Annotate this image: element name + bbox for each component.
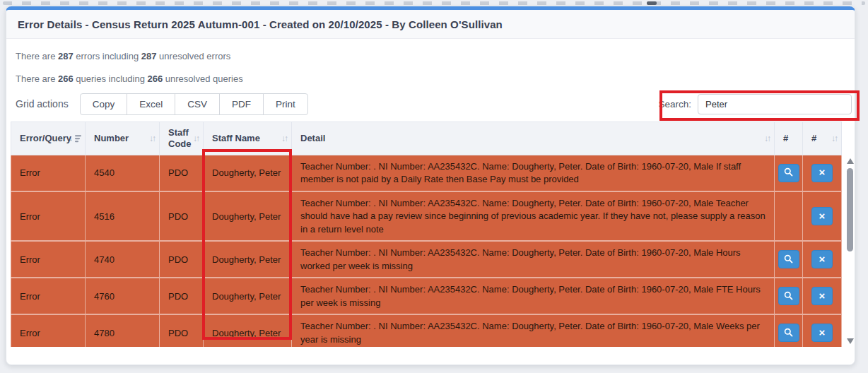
close-icon: × [819, 254, 826, 264]
page-title: Error Details - Census Return 2025 Autum… [18, 18, 843, 30]
view-error-button[interactable] [778, 250, 799, 268]
search-label: Search: [658, 99, 691, 109]
cell-error-query: Error [11, 315, 86, 347]
cell-error-query: Error [11, 155, 86, 191]
cell-number: 4740 [86, 242, 160, 277]
column-header-staff-name[interactable]: Staff Name ↓↑ [204, 122, 292, 155]
cell-number: 4780 [86, 315, 160, 347]
view-error-button[interactable] [778, 324, 799, 342]
cell-staff-code: PDO [160, 242, 204, 277]
cell-staff-code: PDO [160, 192, 204, 240]
scrollbar-up-arrow-icon[interactable] [847, 158, 854, 164]
grid-actions-label: Grid actions [16, 98, 69, 109]
cell-view-action [775, 155, 803, 191]
close-icon: × [819, 167, 826, 177]
cell-staff-name: Dougherty, Peter [204, 242, 292, 277]
cell-error-query: Error [11, 242, 86, 277]
errors-summary-line: There are 287 errors including 287 unres… [16, 51, 843, 61]
cell-number: 4540 [86, 155, 160, 191]
error-details-panel: Error Details - Census Return 2025 Autum… [6, 6, 855, 365]
scrollbar-thumb[interactable] [847, 168, 853, 251]
summary-section: There are 287 errors including 287 unres… [16, 51, 843, 96]
search-input[interactable] [698, 94, 852, 114]
sort-arrows-icon: ↓↑ [831, 134, 837, 144]
resolve-error-button[interactable]: × [811, 250, 833, 268]
resolve-error-button[interactable]: × [811, 164, 833, 182]
export-button-group: CopyExcelCSVPDFPrint [80, 93, 308, 115]
column-header-view[interactable]: # [775, 122, 803, 155]
cell-staff-name: Dougherty, Peter [204, 192, 292, 240]
column-header-staff-code[interactable]: Staff Code ↓↑ [160, 122, 204, 155]
cell-resolve-action: × [803, 315, 842, 347]
scrollbar-down-arrow-icon[interactable] [847, 338, 854, 344]
cell-staff-code: PDO [160, 315, 204, 347]
cell-number: 4760 [86, 278, 160, 314]
sort-active-icon: ↓ [69, 134, 82, 143]
sort-arrows-icon: ↓↑ [764, 134, 770, 144]
unresolved-queries-count: 266 [147, 73, 163, 84]
table-scrollbar[interactable] [846, 157, 855, 345]
cell-view-action [775, 192, 803, 240]
magnifier-icon [784, 328, 793, 338]
column-header-number[interactable]: Number ↓↑ [86, 122, 160, 155]
export-button-copy[interactable]: Copy [80, 93, 128, 115]
errors-count: 287 [58, 51, 74, 61]
resolve-error-button[interactable]: × [811, 207, 833, 225]
export-button-excel[interactable]: Excel [127, 93, 175, 115]
cell-staff-name: Dougherty, Peter [204, 315, 292, 347]
cell-view-action [775, 278, 803, 314]
column-header-resolve[interactable]: # ↓↑ [803, 122, 842, 155]
cell-resolve-action: × [803, 192, 842, 240]
cell-detail: Teacher Number: . NI Number: AA235432C. … [292, 315, 775, 347]
sort-arrows-icon: ↓↑ [149, 134, 155, 144]
cell-resolve-action: × [803, 155, 842, 191]
cell-number: 4516 [86, 192, 160, 240]
resolve-error-button[interactable]: × [811, 287, 833, 305]
cell-resolve-action: × [803, 242, 842, 277]
panel-header: Error Details - Census Return 2025 Autum… [6, 10, 855, 39]
cell-detail: Teacher Number: . NI Number: AA235432C. … [292, 192, 775, 240]
magnifier-icon [784, 291, 793, 302]
cell-staff-name: Dougherty, Peter [204, 278, 292, 314]
cell-staff-name: Dougherty, Peter [204, 155, 292, 191]
table-header-row: Error/Query ↓ Number ↓↑ Staff Code ↓↑ St… [11, 122, 842, 155]
cell-staff-code: PDO [160, 155, 204, 191]
magnifier-icon [784, 254, 793, 265]
export-button-print[interactable]: Print [263, 93, 308, 115]
table-row: Error 4516 PDO Dougherty, Peter Teacher … [11, 192, 842, 242]
background-dash-dark [647, 1, 657, 5]
sort-arrows-icon: ↓↑ [193, 134, 199, 144]
cell-detail: Teacher Number: . NI Number: AA235432C. … [292, 278, 775, 314]
grid-actions-toolbar: Grid actions CopyExcelCSVPDFPrint [16, 93, 308, 115]
cell-error-query: Error [11, 278, 86, 314]
table-body: Error 4540 PDO Dougherty, Peter Teacher … [11, 155, 842, 347]
cell-view-action [775, 315, 803, 347]
close-icon: × [819, 290, 826, 301]
magnifier-icon [784, 167, 793, 178]
column-header-error-query[interactable]: Error/Query ↓ [11, 122, 86, 155]
table-row: Error 4760 PDO Dougherty, Peter Teacher … [11, 278, 842, 315]
errors-table: Error/Query ↓ Number ↓↑ Staff Code ↓↑ St… [11, 122, 859, 347]
cell-detail: Teacher Number: . NI Number: AA235432C. … [292, 155, 775, 191]
cell-detail: Teacher Number: . NI Number: AA235432C. … [292, 242, 775, 277]
cell-view-action [775, 242, 803, 277]
queries-count: 266 [58, 73, 74, 84]
column-header-detail[interactable]: Detail ↓↑ [292, 122, 775, 155]
cell-staff-code: PDO [160, 278, 204, 314]
close-icon: × [819, 211, 826, 221]
export-button-pdf[interactable]: PDF [219, 93, 264, 115]
resolve-error-button[interactable]: × [811, 324, 833, 342]
unresolved-errors-count: 287 [141, 51, 157, 61]
table-row: Error 4540 PDO Dougherty, Peter Teacher … [11, 155, 842, 192]
export-button-csv[interactable]: CSV [175, 93, 220, 115]
table-row: Error 4740 PDO Dougherty, Peter Teacher … [11, 242, 842, 278]
sort-arrows-icon: ↓↑ [281, 134, 287, 144]
cell-error-query: Error [11, 192, 86, 240]
background-dashed-strip [3, 1, 865, 5]
table-row: Error 4780 PDO Dougherty, Peter Teacher … [11, 315, 842, 347]
view-error-button[interactable] [778, 287, 799, 305]
view-error-button[interactable] [778, 164, 799, 182]
cell-resolve-action: × [803, 278, 842, 314]
close-icon: × [819, 327, 826, 338]
queries-summary-line: There are 266 queries including 266 unre… [16, 73, 843, 84]
